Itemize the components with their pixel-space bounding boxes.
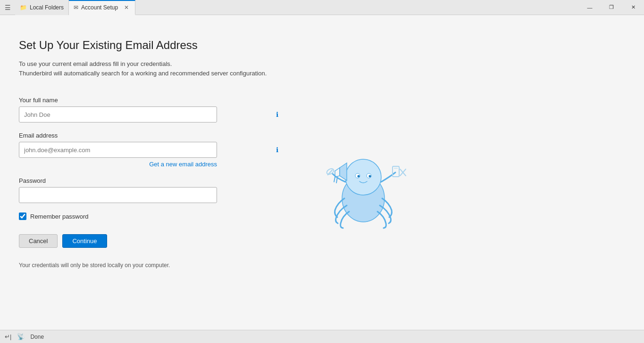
svg-line-12 bbox=[334, 177, 335, 182]
cancel-button[interactable]: Cancel bbox=[19, 234, 58, 248]
close-button[interactable]: ✕ bbox=[622, 0, 644, 15]
remember-password-checkbox[interactable] bbox=[19, 212, 26, 220]
get-new-email-link[interactable]: Get a new email address bbox=[19, 161, 217, 168]
mascot-svg bbox=[311, 137, 415, 231]
email-label: Email address bbox=[19, 132, 283, 139]
svg-rect-8 bbox=[393, 166, 399, 177]
tab-local-folders[interactable]: 📁 Local Folders bbox=[15, 0, 69, 15]
tab-account-setup-label: Account Setup bbox=[81, 4, 118, 11]
page-title: Set Up Your Existing Email Address bbox=[19, 39, 283, 52]
fullname-label: Your full name bbox=[19, 97, 283, 104]
main-content: Set Up Your Existing Email Address To us… bbox=[0, 15, 644, 330]
svg-point-1 bbox=[345, 159, 381, 195]
mascot-illustration bbox=[311, 39, 415, 320]
fullname-input[interactable] bbox=[19, 106, 217, 122]
email-info-icon[interactable]: ℹ bbox=[276, 146, 278, 154]
signal-icon[interactable]: 📡 bbox=[17, 333, 25, 340]
titlebar-left: ☰ 📁 Local Folders ✉ Account Setup ✕ bbox=[0, 0, 579, 15]
email-icon: ✉ bbox=[74, 4, 78, 11]
status-text: Done bbox=[30, 334, 44, 340]
footer-note: Your credentials will only be stored loc… bbox=[19, 262, 283, 269]
password-field-group: Password bbox=[19, 177, 283, 203]
page-description: To use your current email address fill i… bbox=[19, 59, 283, 78]
content-area: Set Up Your Existing Email Address To us… bbox=[0, 15, 644, 330]
tab-account-setup[interactable]: ✉ Account Setup ✕ bbox=[69, 0, 135, 15]
folder-icon: 📁 bbox=[20, 4, 27, 11]
fullname-info-icon[interactable]: ℹ bbox=[276, 111, 278, 118]
fullname-input-wrapper: ℹ bbox=[19, 106, 283, 122]
titlebar: ☰ 📁 Local Folders ✉ Account Setup ✕ — ❐ … bbox=[0, 0, 644, 15]
fullname-field-group: Your full name ℹ bbox=[19, 97, 283, 122]
tab-local-folders-label: Local Folders bbox=[30, 4, 64, 11]
arrow-icon[interactable]: ↵| bbox=[5, 333, 11, 340]
maximize-button[interactable]: ❐ bbox=[601, 0, 622, 15]
svg-point-4 bbox=[358, 175, 360, 178]
email-input[interactable] bbox=[19, 142, 217, 158]
svg-point-5 bbox=[369, 175, 371, 178]
svg-line-13 bbox=[336, 177, 337, 183]
minimize-button[interactable]: — bbox=[579, 0, 601, 15]
password-label: Password bbox=[19, 177, 283, 184]
form-section: Set Up Your Existing Email Address To us… bbox=[19, 39, 283, 320]
button-row: Cancel Continue bbox=[19, 234, 283, 248]
email-input-wrapper: ℹ bbox=[19, 142, 283, 158]
email-field-group: Email address ℹ Get a new email address bbox=[19, 132, 283, 168]
password-input[interactable] bbox=[19, 187, 217, 203]
menu-button[interactable]: ☰ bbox=[0, 0, 15, 15]
continue-button[interactable]: Continue bbox=[62, 234, 107, 248]
tab-close-button[interactable]: ✕ bbox=[123, 4, 130, 11]
remember-password-row: Remember password bbox=[19, 212, 283, 220]
statusbar: ↵| 📡 Done bbox=[0, 330, 644, 343]
description-line1: To use your current email address fill i… bbox=[19, 60, 172, 67]
remember-password-label: Remember password bbox=[30, 213, 89, 220]
titlebar-controls: — ❐ ✕ bbox=[579, 0, 644, 15]
description-line2: Thunderbird will automatically search fo… bbox=[19, 70, 267, 77]
